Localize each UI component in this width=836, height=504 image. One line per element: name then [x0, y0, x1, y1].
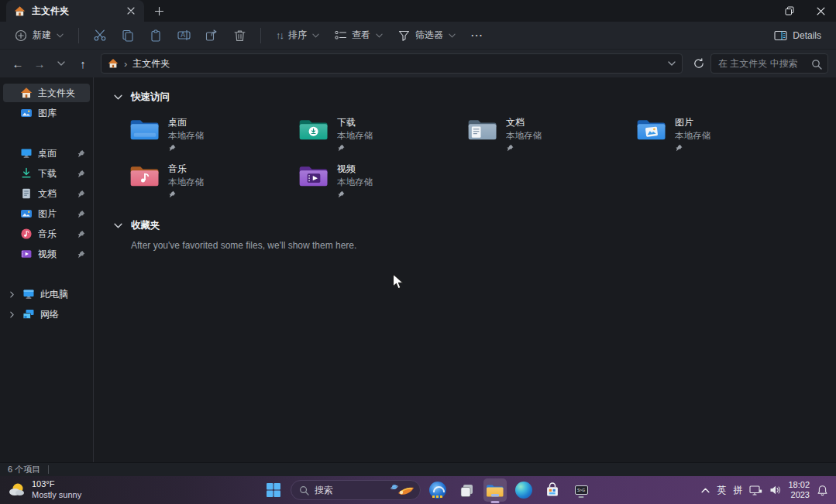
search-input[interactable] [711, 54, 827, 73]
favorites-header[interactable]: 收藏夹 [114, 217, 836, 234]
tile-documents[interactable]: 文档 本地存储 [467, 111, 636, 158]
ime-mode-indicator[interactable]: 拼 [733, 484, 742, 497]
chevron-down-icon [449, 33, 456, 38]
quick-access-header[interactable]: 快速访问 [114, 88, 836, 105]
remote-label: S>G [577, 488, 585, 492]
sidebar-label: 视频 [38, 248, 71, 261]
sidebar-item-videos[interactable]: 视频 [3, 245, 90, 263]
task-view-button[interactable] [455, 478, 478, 502]
ime-language-indicator[interactable]: 英 [717, 484, 726, 497]
sidebar-item-downloads[interactable]: 下载 [3, 164, 90, 183]
copy-button[interactable] [115, 24, 141, 47]
pictures-icon [20, 207, 33, 220]
tile-name: 图片 [675, 116, 710, 129]
tile-desktop[interactable]: 桌面 本地存储 [129, 111, 298, 158]
weather-temp: 103°F [32, 479, 81, 490]
taskbar-store[interactable] [541, 478, 564, 502]
sidebar-item-network[interactable]: 网络 [3, 305, 90, 324]
taskbar-app-browser[interactable] [426, 478, 449, 502]
network-icon [22, 308, 35, 321]
hidden-icons-button[interactable] [701, 488, 710, 493]
notification-center-button[interactable] [817, 485, 828, 496]
volume-tray-button[interactable] [769, 485, 781, 495]
pin-icon [77, 170, 85, 178]
pin-icon [77, 149, 85, 158]
documents-icon [20, 187, 33, 200]
favorites-empty-text: After you've favorited some files, we'll… [131, 240, 836, 251]
taskbar-remote-app[interactable]: S>G [569, 478, 593, 502]
sidebar-item-pictures[interactable]: 图片 [3, 204, 90, 223]
documents-folder-icon [467, 115, 498, 142]
cut-button[interactable] [87, 24, 113, 47]
tile-subtitle: 本地存储 [168, 177, 204, 188]
sidebar-item-desktop[interactable]: 桌面 [3, 144, 90, 163]
tile-videos[interactable]: 视频 本地存储 [298, 158, 467, 204]
more-options-button[interactable]: ⋯ [464, 24, 490, 47]
sidebar-item-this-pc[interactable]: 此电脑 [3, 285, 90, 303]
expand-chevron-icon[interactable] [6, 311, 17, 318]
expand-chevron-icon[interactable] [6, 291, 17, 298]
address-bar[interactable]: › 主文件夹 [101, 53, 683, 74]
close-icon [817, 7, 825, 15]
taskbar-file-explorer[interactable] [483, 478, 507, 502]
breadcrumb-home[interactable]: 主文件夹 [132, 57, 170, 70]
navigation-bar: ← → ↑ › 主文件夹 [0, 50, 836, 77]
refresh-button[interactable] [689, 53, 709, 74]
tray-date: 2023 [791, 490, 810, 500]
section-chevron-icon[interactable] [114, 223, 122, 228]
network-tray-button[interactable] [749, 485, 762, 496]
music-icon [20, 228, 33, 240]
close-window-button[interactable] [805, 0, 836, 22]
videos-folder-icon [298, 162, 329, 188]
sidebar-label: 文档 [38, 187, 71, 201]
sidebar-label: 网络 [40, 308, 85, 321]
forward-button[interactable]: → [29, 53, 50, 74]
plus-icon [155, 7, 163, 15]
desktop-folder-icon [129, 115, 160, 142]
new-button[interactable]: 新建 [8, 24, 71, 47]
back-button[interactable]: ← [8, 53, 28, 74]
tile-subtitle: 本地存储 [168, 130, 204, 142]
paste-button[interactable] [143, 24, 169, 47]
home-icon [20, 87, 33, 99]
section-chevron-icon[interactable] [114, 94, 122, 100]
sidebar-item-home[interactable]: 主文件夹 [3, 84, 90, 102]
new-circle-plus-icon [15, 29, 27, 42]
weather-widget[interactable]: 103°F Mostly sunny [8, 478, 81, 502]
tile-subtitle: 本地存储 [506, 130, 542, 142]
new-tab-button[interactable] [149, 2, 169, 19]
sidebar-item-music[interactable]: 音乐 [3, 225, 90, 243]
taskbar-search[interactable]: 搜索 [291, 480, 421, 500]
clock[interactable]: 18:02 2023 [788, 480, 810, 500]
details-pane-button[interactable]: Details [767, 24, 828, 47]
pin-icon [77, 250, 85, 259]
system-tray: 英 拼 18:02 2023 [698, 476, 831, 504]
share-button[interactable] [198, 24, 225, 47]
view-button[interactable]: 查看 [328, 24, 390, 47]
tab-close-button[interactable] [124, 4, 138, 18]
delete-button[interactable] [226, 24, 253, 47]
tab-home-folder[interactable]: 主文件夹 [6, 0, 144, 22]
rename-button[interactable]: A [170, 24, 197, 47]
home-icon [14, 5, 26, 17]
sidebar-label: 此电脑 [40, 288, 85, 301]
address-dropdown-icon[interactable] [668, 61, 676, 66]
file-explorer-icon [486, 482, 504, 498]
restore-button[interactable] [774, 0, 805, 22]
up-button[interactable]: ↑ [73, 53, 93, 74]
history-dropdown-button[interactable] [51, 53, 71, 74]
start-button[interactable] [262, 478, 285, 502]
sidebar-item-gallery[interactable]: 图库 [3, 104, 90, 122]
taskbar-edge[interactable] [512, 478, 535, 502]
toolbar-divider [260, 28, 261, 43]
sort-button[interactable]: ↑↓ 排序 [269, 24, 326, 47]
filter-button[interactable]: 筛选器 [391, 24, 463, 47]
sidebar-item-documents[interactable]: 文档 [3, 184, 90, 203]
tile-downloads[interactable]: 下载 本地存储 [298, 111, 467, 158]
tile-music[interactable]: 音乐 本地存储 [129, 158, 298, 204]
details-label: Details [793, 30, 821, 41]
window-controls [774, 0, 836, 22]
search-icon [299, 485, 309, 495]
tile-pictures[interactable]: 图片 本地存储 [636, 111, 805, 158]
search-icon [811, 59, 822, 70]
